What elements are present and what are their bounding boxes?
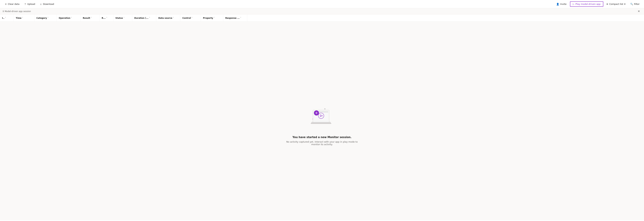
compact-list-label: Compact list	[609, 3, 623, 5]
col-status-label: Status	[116, 17, 123, 19]
play-model-driven-label: Play model-driven app	[576, 3, 600, 5]
download-label: Download	[43, 3, 54, 5]
column-header-result[interactable]: Result ˅	[81, 15, 100, 22]
chevron-down-icon: ▾	[624, 3, 626, 5]
col-category-label: Category	[36, 17, 47, 19]
download-button[interactable]: ↓ Download	[38, 2, 56, 7]
toolbar: ✕ Clear data ↑ Upload ↓ Download 👤 Invit…	[0, 0, 644, 8]
upload-button[interactable]: ↑ Upload	[22, 2, 37, 7]
col-id-label: I..	[2, 17, 4, 19]
chevron-down-icon: ˅	[48, 17, 48, 19]
invite-button[interactable]: 👤 Invite	[554, 2, 568, 7]
session-label: Model-driven app session	[5, 10, 31, 13]
invite-label: Invite	[560, 3, 566, 5]
col-operation-label: Operation	[59, 17, 70, 19]
main-content: + You have started a new Monitor sessio	[0, 22, 644, 220]
chevron-down-icon: ˅	[5, 17, 6, 19]
chevron-down-icon: ˅	[91, 17, 92, 19]
col-control-label: Control	[182, 17, 191, 19]
chevron-down-icon: ˅	[240, 17, 241, 19]
monitor-illustration: +	[303, 103, 341, 131]
column-header-id[interactable]: I.. ˅	[0, 15, 14, 22]
chevron-down-icon: ˅	[124, 17, 124, 19]
chevron-down-icon: ˅	[214, 17, 215, 19]
column-headers: I.. ˅ Time ˅ Category ˅ Operation ˅ Resu…	[0, 15, 644, 22]
compact-list-button[interactable]: ≡ Compact list ▾	[605, 2, 627, 6]
col-time-label: Time	[16, 17, 22, 19]
play-icon: ▷	[573, 3, 574, 5]
column-header-status[interactable]: Status ˅	[113, 15, 132, 22]
col-response-label: Response ...	[225, 17, 240, 19]
close-icon: ✕	[5, 3, 7, 6]
upload-label: Upload	[27, 3, 35, 5]
chevron-down-icon: ˅	[71, 17, 72, 19]
col-r-label: R...	[102, 17, 106, 19]
empty-state-title: You have started a new Monitor session.	[292, 136, 352, 139]
clear-data-button[interactable]: ✕ Clear data	[3, 2, 22, 7]
upload-icon: ↑	[24, 3, 26, 6]
col-datasource-label: Data source	[158, 17, 172, 19]
column-header-category[interactable]: Category ˅	[34, 15, 57, 22]
filter-label: Filter	[634, 3, 640, 5]
column-header-datasource[interactable]: Data source ˅	[156, 15, 180, 22]
chevron-down-icon: ˅	[192, 17, 192, 19]
session-close-button[interactable]: ✕	[636, 9, 641, 14]
column-header-control[interactable]: Control ˅	[180, 15, 201, 22]
chevron-down-icon: ˅	[106, 17, 107, 19]
col-property-label: Property	[203, 17, 213, 19]
col-result-label: Result	[83, 17, 90, 19]
laptop-svg: +	[303, 103, 334, 128]
chevron-down-icon: ˅	[173, 17, 174, 19]
empty-state-subtitle: No activity captured yet. Interact with …	[284, 140, 360, 146]
column-header-property[interactable]: Property ˅	[201, 15, 223, 22]
list-icon: ≡	[606, 3, 608, 5]
column-header-response[interactable]: Response ... ˅	[223, 15, 247, 22]
filter-button[interactable]: 🔍 Filter	[628, 2, 641, 6]
filter-icon: 🔍	[630, 3, 633, 5]
session-info: ℹ Model-driven app session	[3, 10, 31, 13]
column-header-duration[interactable]: Duration (... ˅	[132, 15, 156, 22]
person-icon: 👤	[556, 3, 559, 6]
svg-rect-14	[311, 123, 331, 124]
chevron-down-icon: ˅	[149, 17, 150, 19]
download-icon: ↓	[40, 3, 42, 6]
toolbar-right: 👤 Invite ▷ Play model-driven app ≡ Compa…	[554, 1, 641, 7]
column-header-operation[interactable]: Operation ˅	[57, 15, 81, 22]
clear-data-label: Clear data	[8, 3, 20, 5]
chevron-down-icon: ˅	[22, 17, 23, 19]
col-duration-label: Duration (...	[134, 17, 148, 19]
info-icon: ℹ	[3, 10, 4, 13]
play-model-driven-button[interactable]: ▷ Play model-driven app	[570, 1, 603, 7]
column-header-r[interactable]: R... ˅	[100, 15, 113, 22]
column-header-time[interactable]: Time ˅	[14, 15, 34, 22]
session-bar: ℹ Model-driven app session ✕	[0, 8, 644, 15]
toolbar-left: ✕ Clear data ↑ Upload ↓ Download	[3, 2, 56, 7]
